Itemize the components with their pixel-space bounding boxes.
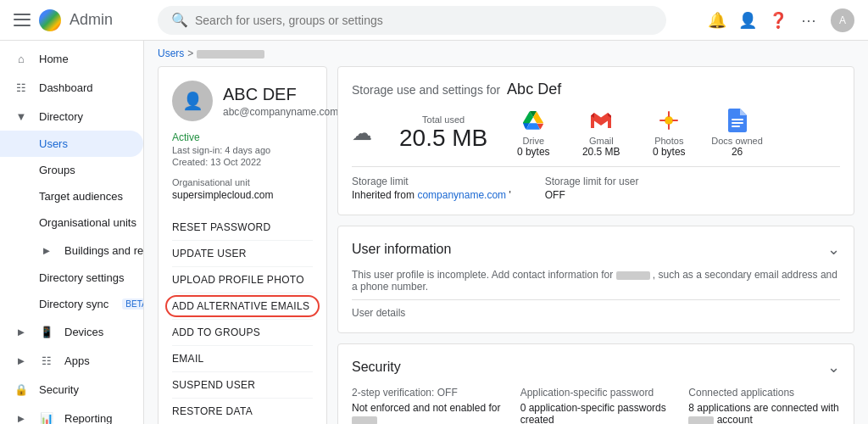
search-icon: 🔍 <box>171 12 188 28</box>
reporting-icon: 📊 <box>39 410 54 424</box>
user-info-body: This user profile is incomplete. Add con… <box>352 269 840 293</box>
security-icon: 🔒 <box>14 382 29 397</box>
action-add-groups[interactable]: ADD TO GROUPS <box>172 320 313 346</box>
user-details-label: User details <box>352 307 405 319</box>
connected-value: 8 applications are connected with accoun… <box>688 402 840 424</box>
action-email[interactable]: EMAIL <box>172 346 313 372</box>
storage-card: Storage use and settings for Abc Def ☁ T… <box>337 66 854 215</box>
storage-apps: Drive 0 bytes Gmail 20.5 MB <box>508 109 840 158</box>
breadcrumb-current <box>197 47 264 59</box>
sidebar-item-apps[interactable]: ► ☷ Apps <box>0 346 143 375</box>
user-status: Active <box>172 131 313 143</box>
sidebar-item-groups[interactable]: Groups <box>0 157 143 183</box>
storage-row: ☁ Total used 20.5 MB Drive <box>352 109 840 158</box>
google-logo <box>39 9 61 31</box>
user-info-card-header[interactable]: User information ⌄ <box>352 240 840 259</box>
docs-app-name: Docs owned <box>711 136 763 146</box>
devices-icon: 📱 <box>39 324 54 339</box>
sidebar-label-devices: Devices <box>64 326 103 338</box>
connected-name-redacted <box>688 416 714 424</box>
topbar-left: Admin <box>14 9 158 31</box>
storage-limit-item: Storage limit Inherited from companyname… <box>352 176 511 201</box>
action-update-user[interactable]: UPDATE USER <box>172 241 313 267</box>
storage-app-gmail: Gmail 20.5 MB <box>576 109 626 158</box>
buildings-expand-icon: ► <box>39 243 54 258</box>
security-col-app-password: Application-specific password 0 applicat… <box>520 387 672 424</box>
main-content: Users > 👤 ABC DEF abc@companyname.com Ac… <box>144 41 868 424</box>
sidebar-item-dir-settings[interactable]: Directory settings <box>0 265 143 291</box>
user-info-body-text: This user profile is incomplete. Add con… <box>352 269 613 281</box>
sidebar-item-target-audiences[interactable]: Target audiences <box>0 183 143 209</box>
storage-username: Abc Def <box>507 81 561 98</box>
drive-app-name: Drive <box>522 136 544 146</box>
gmail-app-name: Gmail <box>589 136 614 146</box>
sidebar-item-reporting[interactable]: ► 📊 Reporting <box>0 404 143 424</box>
photos-icon <box>657 109 681 132</box>
sidebar-item-dashboard[interactable]: ☷ Dashboard <box>0 73 143 102</box>
total-used-block: Total used 20.5 MB <box>399 114 487 152</box>
photos-app-value: 0 bytes <box>653 146 686 158</box>
user-created: Created: 13 Oct 2022 <box>172 157 313 167</box>
photos-app-name: Photos <box>654 136 683 146</box>
breadcrumb: Users > <box>144 41 868 66</box>
svg-point-0 <box>665 116 673 125</box>
user-info-title: User information <box>352 242 451 257</box>
sidebar-item-dir-sync[interactable]: Directory sync BETA <box>0 291 143 317</box>
sidebar-label-target-audiences: Target audiences <box>39 190 123 203</box>
action-alt-emails[interactable]: ADD ALTERNATIVE EMAILS <box>172 293 313 320</box>
account-icon[interactable]: 👤 <box>739 12 756 29</box>
search-bar[interactable]: 🔍 <box>158 6 666 35</box>
sidebar-label-security: Security <box>39 383 79 396</box>
user-display-name: ABC DEF <box>223 85 338 104</box>
apps-grid-icon[interactable]: ⋯ <box>800 12 817 29</box>
sidebar-item-directory[interactable]: ▼ Directory <box>0 102 143 131</box>
sidebar-item-devices[interactable]: ► 📱 Devices <box>0 317 143 346</box>
sidebar-item-buildings[interactable]: ► Buildings and resources <box>0 236 143 265</box>
cloud-icon: ☁ <box>352 121 372 145</box>
user-avatar-topbar[interactable]: A <box>831 8 854 32</box>
help-icon[interactable]: ❓ <box>770 12 787 29</box>
app-title: Admin <box>70 11 113 29</box>
user-storage-limit-value: OFF <box>545 189 639 201</box>
app-password-label: Application-specific password <box>520 387 672 399</box>
sidebar-item-home[interactable]: ⌂ Home <box>0 44 143 73</box>
app-password-value: 0 application-specific passwords created <box>520 402 672 424</box>
notifications-icon[interactable]: 🔔 <box>709 12 726 29</box>
storage-limits: Storage limit Inherited from companyname… <box>352 166 840 201</box>
storage-app-photos: Photos 0 bytes <box>643 109 694 158</box>
sidebar-label-dir-sync: Directory sync <box>39 298 108 310</box>
user-avatar-area: 👤 ABC DEF abc@companyname.com <box>172 81 313 121</box>
security-card-header[interactable]: Security ⌄ <box>352 358 840 377</box>
security-grid: 2-step verification: OFF Not enforced an… <box>352 387 840 424</box>
storage-limit-value: Inherited from companyname.com ' <box>352 189 511 201</box>
action-reset-password[interactable]: RESET PASSWORD <box>172 215 313 241</box>
breadcrumb-current-redacted <box>197 50 264 59</box>
action-restore[interactable]: RESTORE DATA <box>172 399 313 424</box>
security-title: Security <box>352 360 401 375</box>
search-input[interactable] <box>195 14 653 27</box>
hamburger-menu[interactable] <box>14 12 31 29</box>
sidebar-item-org-units[interactable]: Organisational units <box>0 209 143 236</box>
directory-expand-icon: ▼ <box>14 109 29 124</box>
storage-header: Storage use and settings for Abc Def <box>352 81 840 98</box>
right-panel: Storage use and settings for Abc Def ☁ T… <box>337 66 854 424</box>
user-info-card: User information ⌄ This user profile is … <box>337 226 854 333</box>
apps-icon: ☷ <box>39 353 54 368</box>
breadcrumb-users-link[interactable]: Users <box>158 47 184 59</box>
storage-limit-link[interactable]: companyname.com <box>417 189 506 201</box>
svg-rect-1 <box>732 119 743 120</box>
user-info-name-redacted <box>616 271 650 280</box>
sidebar-label-directory: Directory <box>39 110 83 123</box>
reporting-expand-icon: ► <box>14 410 29 424</box>
user-last-signin: Last sign-in: 4 days ago <box>172 145 313 155</box>
sidebar-item-security[interactable]: 🔒 Security <box>0 375 143 404</box>
action-suspend[interactable]: SUSPEND USER <box>172 372 313 399</box>
sidebar-label-home: Home <box>39 53 69 65</box>
storage-app-drive: Drive 0 bytes <box>508 109 559 158</box>
action-upload-photo[interactable]: UPLOAD PROFILE PHOTO <box>172 267 313 293</box>
two-step-value: Not enforced and not enabled for <box>352 402 504 424</box>
sidebar-item-users[interactable]: Users <box>0 131 143 157</box>
topbar: Admin 🔍 🔔 👤 ❓ ⋯ A <box>0 0 868 41</box>
two-step-name-redacted <box>352 416 377 424</box>
user-storage-limit-label: Storage limit for user <box>545 176 639 187</box>
